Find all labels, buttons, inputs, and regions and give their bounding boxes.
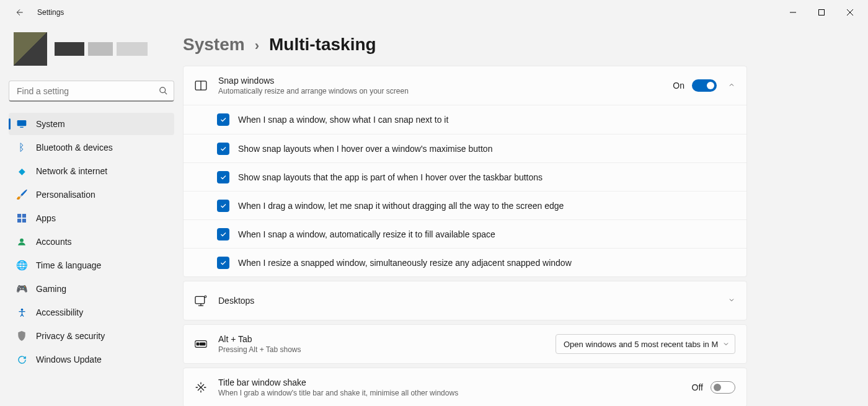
alt-tab-card: Alt + Tab Pressing Alt + Tab shows Open … — [183, 324, 747, 364]
desktops-card[interactable]: Desktops — [183, 281, 747, 320]
app-title: Settings — [37, 8, 64, 17]
sidebar-item-label: Bluetooth & devices — [36, 143, 113, 152]
sidebar-item-label: Personalisation — [36, 190, 95, 200]
svg-rect-7 — [22, 219, 26, 223]
svg-rect-2 — [17, 120, 27, 126]
sidebar-item-label: Time & language — [36, 260, 101, 270]
svg-rect-5 — [22, 214, 26, 218]
title-bar-shake-title: Title bar window shake — [218, 377, 458, 387]
sidebar-item-gaming[interactable]: 🎮Gaming — [9, 278, 174, 300]
update-icon — [16, 354, 27, 365]
snap-windows-options: When I snap a window, show what I can sn… — [184, 105, 746, 276]
sidebar-item-label: Windows Update — [36, 355, 102, 364]
svg-rect-3 — [20, 127, 23, 128]
checkbox[interactable] — [217, 228, 229, 241]
svg-rect-4 — [17, 214, 21, 218]
snap-option-1[interactable]: Show snap layouts when I hover over a wi… — [184, 134, 746, 162]
snap-windows-header[interactable]: Snap windows Automatically resize and ar… — [184, 66, 746, 105]
privacy-icon — [16, 330, 27, 342]
sidebar-item-label: Privacy & security — [36, 331, 105, 341]
time-icon: 🌐 — [16, 260, 27, 271]
breadcrumb-current: Multi-tasking — [269, 35, 376, 55]
snap-option-label: When I drag a window, let me snap it wit… — [238, 201, 564, 211]
sidebar-item-label: Accounts — [36, 237, 72, 247]
gaming-icon: 🎮 — [16, 283, 27, 294]
sidebar-item-windows-update[interactable]: Windows Update — [9, 348, 174, 371]
sidebar-item-system[interactable]: System — [9, 113, 174, 135]
alt-tab-dropdown[interactable]: Open windows and 5 most recent tabs in M — [556, 334, 735, 354]
search-icon — [159, 86, 168, 97]
avatar — [14, 32, 47, 66]
breadcrumb-parent[interactable]: System — [183, 35, 245, 55]
sidebar-item-label: Accessibility — [36, 307, 83, 317]
sidebar-item-apps[interactable]: Apps — [9, 207, 174, 229]
snap-option-4[interactable]: When I snap a window, automatically resi… — [184, 219, 746, 248]
checkbox[interactable] — [217, 143, 229, 155]
chevron-down-icon — [722, 340, 730, 350]
accessibility-icon — [16, 307, 27, 318]
sidebar-item-accounts[interactable]: Accounts — [9, 231, 174, 253]
snap-option-5[interactable]: When I resize a snapped window, simultan… — [184, 248, 746, 276]
snap-option-0[interactable]: When I snap a window, show what I can sn… — [184, 105, 746, 134]
chevron-up-icon — [728, 81, 735, 90]
apps-icon — [16, 213, 27, 224]
shake-icon — [195, 381, 207, 394]
personalisation-icon: 🖌️ — [16, 189, 27, 200]
sidebar: SystemᛒBluetooth & devices◆Network & int… — [0, 25, 183, 406]
nav-list: SystemᛒBluetooth & devices◆Network & int… — [9, 113, 174, 371]
maximize-button[interactable] — [807, 2, 836, 22]
network-icon: ◆ — [16, 165, 27, 177]
svg-rect-14 — [197, 343, 199, 345]
system-icon — [16, 118, 27, 130]
back-button[interactable] — [10, 2, 30, 22]
snap-option-label: Show snap layouts when I hover over a wi… — [238, 144, 492, 154]
sidebar-item-network-internet[interactable]: ◆Network & internet — [9, 160, 174, 182]
desktops-icon — [195, 294, 207, 307]
main-content: System › Multi-tasking Snap windows Auto… — [183, 25, 868, 406]
snap-option-2[interactable]: Show snap layouts that the app is part o… — [184, 162, 746, 191]
close-button[interactable] — [836, 2, 864, 22]
svg-point-1 — [160, 87, 166, 93]
sidebar-item-label: Apps — [36, 213, 56, 223]
title-bar-shake-subtitle: When I grab a window's title bar and sha… — [218, 389, 458, 397]
snap-option-3[interactable]: When I drag a window, let me snap it wit… — [184, 191, 746, 219]
chevron-right-icon: › — [255, 38, 259, 54]
snap-option-label: When I resize a snapped window, simultan… — [238, 258, 572, 268]
title-bar-shake-toggle[interactable] — [711, 381, 735, 394]
checkbox[interactable] — [217, 257, 229, 269]
checkbox[interactable] — [217, 200, 229, 212]
desktops-title: Desktops — [218, 296, 254, 306]
title-bar-shake-toggle-label: Off — [692, 382, 703, 392]
sidebar-item-privacy-security[interactable]: Privacy & security — [9, 325, 174, 347]
checkbox[interactable] — [217, 171, 229, 183]
snap-windows-toggle-label: On — [673, 81, 684, 90]
svg-point-8 — [20, 239, 24, 242]
alt-tab-title: Alt + Tab — [218, 334, 301, 344]
svg-rect-11 — [195, 296, 205, 303]
checkbox[interactable] — [217, 113, 229, 126]
sidebar-item-accessibility[interactable]: Accessibility — [9, 301, 174, 324]
snap-windows-card: Snap windows Automatically resize and ar… — [183, 66, 747, 277]
snap-option-label: Show snap layouts that the app is part o… — [238, 172, 542, 182]
sidebar-item-label: System — [36, 119, 65, 129]
snap-option-label: When I snap a window, automatically resi… — [238, 229, 495, 239]
search-input[interactable] — [9, 81, 174, 102]
account-block[interactable] — [9, 31, 174, 74]
title-bar: Settings — [0, 0, 868, 25]
sidebar-item-personalisation[interactable]: 🖌️Personalisation — [9, 183, 174, 206]
title-bar-shake-card: Title bar window shake When I grab a win… — [183, 368, 747, 406]
alt-tab-subtitle: Pressing Alt + Tab shows — [218, 345, 301, 354]
window-controls — [779, 2, 864, 22]
snap-windows-toggle[interactable] — [692, 79, 717, 92]
sidebar-item-label: Gaming — [36, 284, 66, 294]
snap-option-label: When I snap a window, show what I can sn… — [238, 115, 448, 125]
minimize-button[interactable] — [779, 2, 807, 22]
snap-windows-icon — [195, 79, 207, 92]
sidebar-item-time-language[interactable]: 🌐Time & language — [9, 254, 174, 276]
svg-rect-0 — [819, 10, 825, 15]
svg-rect-6 — [17, 219, 21, 223]
alt-tab-selected: Open windows and 5 most recent tabs in M — [564, 340, 718, 349]
breadcrumb: System › Multi-tasking — [183, 29, 747, 66]
sidebar-item-bluetooth-devices[interactable]: ᛒBluetooth & devices — [9, 136, 174, 159]
sidebar-item-label: Network & internet — [36, 166, 107, 176]
